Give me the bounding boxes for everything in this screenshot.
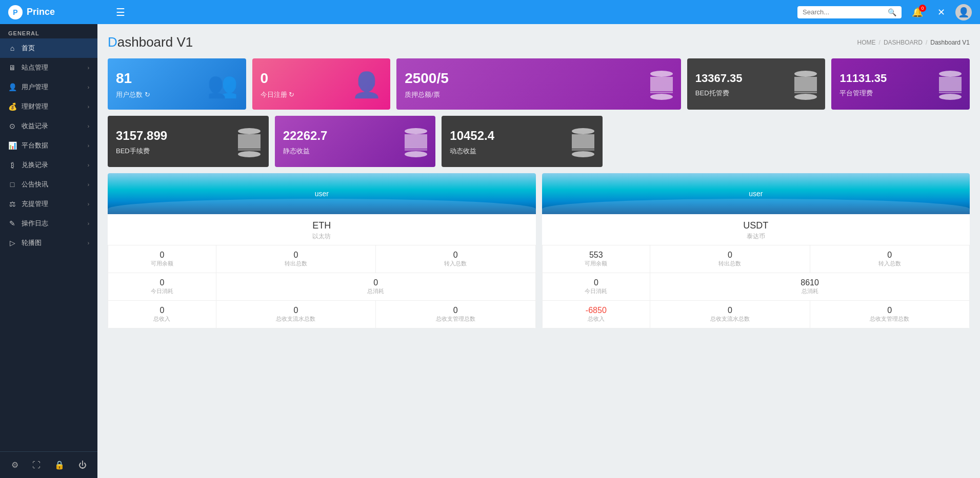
card-left-5: 11131.35 平台管理费 bbox=[839, 72, 887, 98]
table-cell: 0总收支流水总数 bbox=[216, 301, 375, 328]
chart-info-eth: ETH 以太坊 bbox=[108, 214, 536, 245]
table-cell: 0总消耗 bbox=[216, 273, 535, 301]
chart-usdt: user USDT 泰达币 553可用余额 0转出总数 0转入总数 0今日消耗 … bbox=[542, 173, 970, 328]
avatar[interactable]: 👤 bbox=[955, 4, 972, 20]
settings-icon[interactable]: ⚙ bbox=[7, 458, 23, 472]
chart-currency-eth: ETH bbox=[108, 220, 536, 231]
sidebar-item-redeem[interactable]: ₿ 兑换记录 › bbox=[0, 155, 97, 175]
sidebar-label-redeem: 兑换记录 bbox=[22, 160, 83, 170]
page-title-rest: ashboard V1 bbox=[117, 34, 193, 50]
table-cell: 0总收支流水总数 bbox=[650, 301, 810, 328]
breadcrumb-home[interactable]: HOME bbox=[857, 39, 876, 46]
table-cell: 0转出总数 bbox=[216, 245, 375, 273]
db-icon-dynamic bbox=[572, 128, 594, 157]
card-value-today-register: 0 bbox=[261, 71, 295, 87]
table-cell: 0可用余额 bbox=[108, 245, 216, 273]
app-logo: P Prince bbox=[8, 5, 106, 19]
cards-row-1: 81 用户总数 ↻ 👥 0 今日注册 ↻ 👤 bbox=[108, 58, 970, 110]
card-value-pledge: 2500/5 bbox=[405, 71, 449, 87]
breadcrumb: HOME / DASHBOARD / Dashboard V1 bbox=[857, 39, 970, 46]
chevron-right-icon-10: › bbox=[88, 240, 89, 246]
db-icon-custody bbox=[794, 71, 817, 100]
card-label-today-register: 今日注册 ↻ bbox=[261, 90, 295, 99]
card-label-total-users: 用户总数 ↻ bbox=[116, 90, 150, 99]
table-cell: 553可用余额 bbox=[542, 245, 650, 273]
chevron-right-icon-5: › bbox=[88, 143, 89, 149]
notice-icon: □ bbox=[8, 180, 16, 189]
fullscreen-icon[interactable]: ⛶ bbox=[28, 459, 45, 472]
chevron-right-icon-2: › bbox=[88, 85, 89, 90]
sidebar-label-carousel: 轮播图 bbox=[22, 238, 83, 247]
sidebar-label-oplog: 操作日志 bbox=[22, 219, 83, 228]
monitor-icon: 🖥 bbox=[8, 64, 16, 72]
income-icon: ⊙ bbox=[8, 122, 16, 130]
card-value-total-users: 81 bbox=[116, 71, 150, 87]
card-value-bed-fee: 3157.899 bbox=[116, 129, 167, 142]
user-icon: 👤 bbox=[8, 83, 16, 91]
sidebar-label-users: 用户管理 bbox=[22, 82, 83, 92]
sidebar-item-withdraw[interactable]: ⚖ 充提管理 › bbox=[0, 194, 97, 214]
db-icon-static bbox=[405, 128, 427, 157]
main-content: Dashboard V1 HOME / DASHBOARD / Dashboar… bbox=[97, 24, 980, 478]
page-title: Dashboard V1 bbox=[108, 34, 193, 50]
sidebar-item-carousel[interactable]: ▷ 轮播图 › bbox=[0, 233, 97, 253]
close-button[interactable]: ✕ bbox=[933, 5, 949, 20]
main-layout: GENERAL ⌂ 首页 🖥 站点管理 › 👤 用户管理 › 💰 理财管理 › … bbox=[0, 24, 980, 478]
breadcrumb-dashboard[interactable]: DASHBOARD bbox=[884, 39, 923, 46]
sidebar-item-income[interactable]: ⊙ 收益记录 › bbox=[0, 116, 97, 136]
chart-currency-sub-usdt: 泰达币 bbox=[542, 232, 970, 241]
sidebar-item-finance[interactable]: 💰 理财管理 › bbox=[0, 97, 97, 116]
notification-button[interactable]: 🔔 0 bbox=[908, 5, 927, 20]
sidebar-label-income: 收益记录 bbox=[22, 121, 83, 131]
lock-icon[interactable]: 🔒 bbox=[50, 458, 69, 472]
table-cell: 0今日消耗 bbox=[108, 273, 216, 301]
table-cell: 0总收入 bbox=[108, 301, 216, 328]
users-icon: 👥 bbox=[207, 71, 238, 99]
card-value-static-income: 22262.7 bbox=[283, 129, 328, 142]
sidebar-item-home[interactable]: ⌂ 首页 bbox=[0, 38, 97, 58]
bitcoin-icon: ₿ bbox=[8, 161, 16, 169]
power-icon[interactable]: ⏻ bbox=[74, 459, 91, 472]
card-left-8: 10452.4 动态收益 bbox=[450, 129, 494, 156]
stats-table-usdt: 553可用余额 0转出总数 0转入总数 0今日消耗 8610总消耗 -6850总… bbox=[542, 245, 970, 328]
card-bed-fee: 3157.899 BED手续费 bbox=[108, 116, 269, 167]
breadcrumb-row: Dashboard V1 HOME / DASHBOARD / Dashboar… bbox=[108, 34, 970, 50]
sidebar-label-finance: 理财管理 bbox=[22, 102, 83, 111]
db-icon-bed-fee bbox=[238, 128, 261, 157]
sidebar-label-home: 首页 bbox=[22, 44, 89, 53]
table-row: 0今日消耗 0总消耗 bbox=[108, 273, 536, 301]
scale-icon: ⚖ bbox=[8, 200, 16, 208]
card-static-income: 22262.7 静态收益 bbox=[275, 116, 436, 167]
sidebar-item-site[interactable]: 🖥 站点管理 › bbox=[0, 58, 97, 77]
sidebar: GENERAL ⌂ 首页 🖥 站点管理 › 👤 用户管理 › 💰 理财管理 › … bbox=[0, 24, 97, 478]
chart-eth: user ETH 以太坊 0可用余额 0转出总数 0转入总数 0今日消耗 0总消… bbox=[108, 173, 536, 328]
chevron-right-icon-7: › bbox=[88, 182, 89, 188]
chart-banner-usdt: user bbox=[542, 173, 970, 214]
card-label-platform-fee: 平台管理费 bbox=[839, 89, 887, 98]
card-left: 81 用户总数 ↻ bbox=[116, 71, 150, 100]
logo-icon: P bbox=[8, 5, 23, 19]
card-label-static-income: 静态收益 bbox=[283, 147, 328, 156]
chevron-right-icon-3: › bbox=[88, 104, 89, 110]
sidebar-item-platform[interactable]: 📊 平台数据 › bbox=[0, 136, 97, 155]
table-cell: 8610总消耗 bbox=[650, 273, 970, 301]
card-left-6: 3157.899 BED手续费 bbox=[116, 129, 167, 156]
sidebar-item-users[interactable]: 👤 用户管理 › bbox=[0, 77, 97, 97]
stats-table-eth: 0可用余额 0转出总数 0转入总数 0今日消耗 0总消耗 0总收入 0总收支流水… bbox=[108, 245, 536, 328]
card-spacer bbox=[609, 116, 970, 167]
db-icon-pledge bbox=[650, 71, 673, 100]
table-cell: 0转出总数 bbox=[650, 245, 810, 273]
notification-badge: 0 bbox=[919, 5, 926, 12]
sidebar-item-notice[interactable]: □ 公告快讯 › bbox=[0, 175, 97, 194]
sidebar-item-oplog[interactable]: ✎ 操作日志 › bbox=[0, 214, 97, 233]
breadcrumb-current: Dashboard V1 bbox=[930, 39, 970, 46]
card-today-register: 0 今日注册 ↻ 👤 bbox=[252, 58, 391, 110]
table-row: 0可用余额 0转出总数 0转入总数 bbox=[108, 245, 536, 273]
search-input[interactable] bbox=[803, 8, 885, 16]
search-icon[interactable]: 🔍 bbox=[888, 8, 896, 16]
hamburger-button[interactable]: ☰ bbox=[112, 4, 129, 20]
breadcrumb-sep1: / bbox=[879, 39, 881, 46]
table-row: 553可用余额 0转出总数 0转入总数 bbox=[542, 245, 970, 273]
table-cell: 0今日消耗 bbox=[542, 273, 650, 301]
chart-banner-eth: user bbox=[108, 173, 536, 214]
